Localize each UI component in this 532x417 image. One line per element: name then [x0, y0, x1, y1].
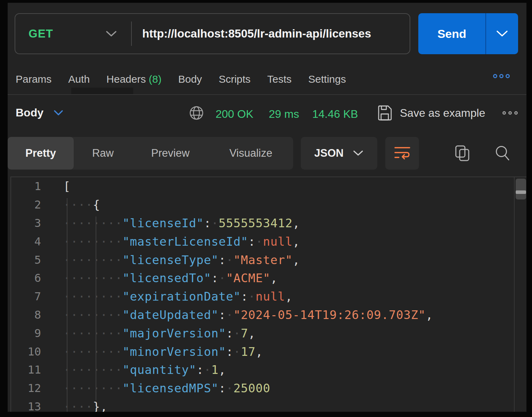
indent-guide — [96, 216, 96, 400]
send-button[interactable]: Send — [418, 13, 485, 54]
wrap-text-button[interactable] — [385, 137, 419, 170]
code-text: ····}, — [41, 400, 108, 412]
code-line: 6········"licensedTo":·"ACME", — [11, 269, 526, 287]
line-number: 2 — [11, 198, 41, 211]
ellipsis-icon — [499, 74, 503, 78]
code-text: ····{ — [41, 198, 100, 212]
request-tab-auth[interactable]: Auth — [68, 73, 90, 85]
code-text: ········"licenseId":·5555553412, — [41, 216, 300, 230]
response-body-viewer: 1[2····{3········"licenseId":·5555553412… — [10, 177, 526, 412]
code-line: 1[ — [11, 177, 526, 196]
code-text: ········"quantity":·1, — [41, 363, 226, 377]
chevron-down-icon — [495, 30, 509, 38]
ellipsis-icon — [508, 111, 512, 115]
method-label: GET — [29, 27, 53, 40]
line-number: 9 — [11, 327, 41, 340]
code-line: 9········"majorVersion":·7, — [11, 324, 526, 342]
search-button[interactable] — [494, 145, 511, 162]
request-tab-params[interactable]: Params — [16, 73, 51, 85]
line-number: 10 — [11, 345, 41, 358]
chevron-down-icon — [53, 109, 64, 116]
request-tab-scripts[interactable]: Scripts — [219, 73, 251, 85]
request-window: GET http://localhost:8505/lr-admin-api/l… — [8, 3, 526, 412]
scrollbar-grip — [516, 190, 526, 194]
line-number: 11 — [11, 363, 41, 376]
response-more-button[interactable] — [502, 111, 518, 115]
url-input[interactable]: http://localhost:8505/lr-admin-api/licen… — [132, 14, 410, 54]
floppy-disk-icon — [377, 104, 393, 122]
line-number: 4 — [11, 235, 41, 248]
request-tab-body[interactable]: Body — [178, 73, 202, 85]
copy-icon — [454, 145, 470, 162]
code-line: 3········"licenseId":·5555553412, — [11, 214, 526, 232]
response-view-toolbar: PrettyRawPreviewVisualize JSON — [8, 137, 526, 170]
code-text: [ — [41, 179, 71, 193]
view-tab-preview[interactable]: Preview — [132, 137, 209, 170]
code-line: 13····}, — [11, 398, 526, 412]
code-text: ········"majorVersion":·7, — [41, 326, 256, 340]
code-text: ········"licenseType":·"Master", — [41, 253, 300, 267]
code-line: 2····{ — [11, 196, 526, 214]
chevron-down-icon — [105, 30, 117, 38]
code-line: 12········"licensedMPS":·25000 — [11, 379, 526, 398]
line-number: 6 — [11, 271, 41, 285]
send-split-button: Send — [418, 13, 518, 54]
request-tab-tests[interactable]: Tests — [267, 73, 292, 85]
section-divider — [8, 94, 526, 95]
response-time[interactable]: 29 ms — [269, 108, 299, 121]
ellipsis-icon — [493, 74, 497, 78]
line-number: 7 — [11, 290, 41, 303]
send-options-button[interactable] — [486, 13, 518, 54]
view-tab-pretty[interactable]: Pretty — [8, 137, 74, 170]
response-pane-selector[interactable]: Body — [16, 106, 64, 119]
code-line: 4········"masterLicenseId":·null, — [11, 232, 526, 251]
line-number: 5 — [11, 253, 41, 267]
status-badge[interactable]: 200 OK — [216, 108, 253, 121]
request-tabs: ParamsAuthHeaders (8)BodyScriptsTestsSet… — [8, 70, 526, 89]
code-text: ········"minorVersion":·17, — [41, 345, 263, 359]
request-url-bar: GET http://localhost:8505/lr-admin-api/l… — [15, 13, 410, 54]
line-number: 13 — [11, 400, 41, 412]
code-line: 8········"dateUpdated":·"2024-05-14T19:2… — [11, 306, 526, 324]
globe-icon — [188, 105, 204, 121]
line-number: 3 — [11, 216, 41, 230]
chevron-down-icon — [353, 150, 364, 157]
request-tabs-more-button[interactable] — [493, 74, 510, 78]
code-text: ········"expirationDate":·null, — [41, 289, 292, 303]
format-selector[interactable]: JSON — [301, 137, 377, 170]
scrollbar-thumb[interactable] — [516, 179, 526, 199]
code-line: 11········"quantity":·1, — [11, 361, 526, 379]
code-line: 7········"expirationDate":·null, — [11, 287, 526, 306]
code-line: 10········"minorVersion":·17, — [11, 342, 526, 361]
format-selector-label: JSON — [314, 147, 344, 160]
request-tab-headers[interactable]: Headers (8) — [106, 73, 161, 85]
scrollbar[interactable] — [514, 177, 526, 412]
save-as-example-label: Save as example — [400, 107, 485, 120]
request-tab-settings[interactable]: Settings — [308, 73, 346, 85]
copy-button[interactable] — [454, 145, 471, 162]
code-text: ········"dateUpdated":·"2024-05-14T19:26… — [41, 308, 433, 322]
tab-shade — [71, 88, 133, 95]
response-size[interactable]: 14.46 KB — [312, 108, 358, 121]
save-as-example-button[interactable]: Save as example — [377, 104, 485, 122]
method-selector[interactable]: GET — [15, 14, 131, 54]
ellipsis-icon — [514, 111, 518, 115]
response-meta-bar: Body 200 OK 29 ms 14.46 KB — [8, 104, 526, 124]
code-text: ········"licensedMPS":·25000 — [41, 381, 271, 395]
ellipsis-icon — [506, 74, 510, 78]
code-text: ········"masterLicenseId":·null, — [41, 235, 300, 248]
indent-guide — [67, 198, 67, 412]
response-view-tabs: PrettyRawPreviewVisualize — [8, 137, 293, 170]
code-lines: 1[2····{3········"licenseId":·5555553412… — [11, 177, 526, 412]
view-tab-raw[interactable]: Raw — [74, 137, 132, 170]
line-number: 1 — [11, 180, 41, 193]
wrap-text-icon — [394, 146, 411, 161]
search-icon — [494, 145, 510, 162]
code-line: 5········"licenseType":·"Master", — [11, 251, 526, 269]
view-tab-visualize[interactable]: Visualize — [209, 137, 293, 170]
response-pane-label: Body — [16, 106, 43, 119]
line-number: 12 — [11, 382, 41, 395]
headers-count-badge: (8) — [146, 73, 161, 85]
line-number: 8 — [11, 308, 41, 321]
ellipsis-icon — [502, 111, 506, 115]
